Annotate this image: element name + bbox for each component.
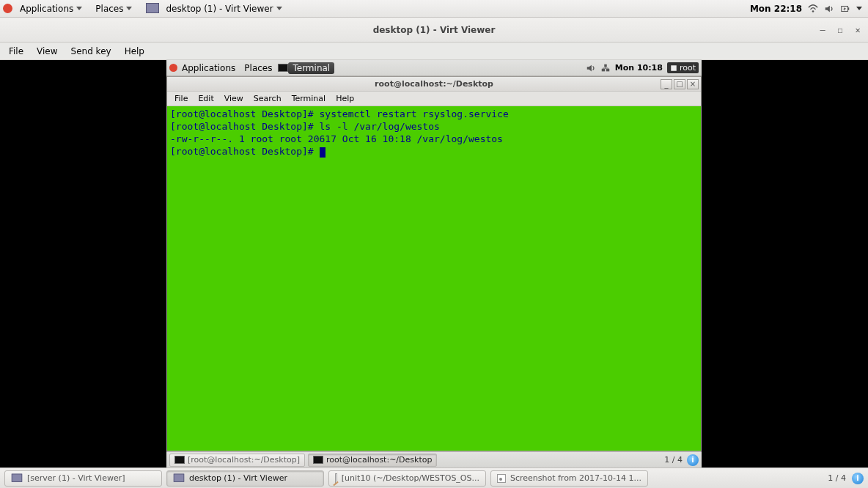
cursor-icon — [320, 147, 326, 158]
virt-menu-sendkey[interactable]: Send key — [65, 45, 117, 58]
host-top-panel: Applications Places desktop (1) - Virt V… — [0, 0, 868, 18]
terminal-maximize-button[interactable]: □ — [674, 79, 685, 89]
vm-icon — [12, 475, 22, 482]
terminal-titlebar[interactable]: root@localhost:~/Desktop _ □ × — [167, 77, 701, 92]
term-menu-search[interactable]: Search — [249, 93, 286, 104]
guest-user-label: root — [680, 63, 696, 73]
host-bottom-panel: [server (1) - Virt Viewer] desktop (1) -… — [0, 467, 868, 488]
maximize-button[interactable]: ☐ — [834, 24, 846, 36]
term-menu-terminal[interactable]: Terminal — [287, 93, 331, 104]
terminal-menubar: File Edit View Search Terminal Help — [167, 92, 701, 106]
image-icon — [497, 474, 506, 483]
task-label: [unit10 (~/Desktop/WESTOS_OS... — [342, 473, 479, 483]
vm-icon — [174, 475, 184, 482]
guest-applications-menu[interactable]: Applications — [177, 62, 240, 74]
running-app-label: desktop (1) - Virt Viewer — [166, 4, 273, 14]
term-menu-view[interactable]: View — [220, 93, 248, 104]
terminal-line: -rw-r--r--. 1 root root 20617 Oct 16 10:… — [170, 133, 503, 144]
guest-workspace-indicator[interactable]: 1 / 4 — [664, 455, 683, 465]
term-menu-file[interactable]: File — [170, 93, 192, 104]
guest-top-panel: Applications Places Terminal Mon 10:18 r… — [166, 60, 702, 76]
terminal-minimize-button[interactable]: _ — [661, 79, 672, 89]
virt-menu-help[interactable]: Help — [119, 45, 150, 58]
guest-task-button[interactable]: root@localhost:~/Desktop — [308, 454, 437, 467]
task-label: desktop (1) - Virt Viewer — [189, 473, 287, 483]
chevron-down-icon — [76, 7, 82, 10]
terminal-icon — [174, 456, 185, 464]
activities-icon — [3, 4, 12, 13]
guest-places-menu[interactable]: Places — [240, 62, 276, 74]
guest-terminal-menu[interactable]: Terminal — [288, 62, 334, 74]
host-task-button[interactable]: desktop (1) - Virt Viewer — [166, 470, 324, 487]
terminal-app-icon — [278, 64, 288, 72]
task-label: [server (1) - Virt Viewer] — [27, 473, 125, 483]
term-menu-help[interactable]: Help — [331, 93, 358, 104]
host-places-menu[interactable]: Places — [89, 2, 138, 15]
terminal-icon — [313, 456, 323, 464]
host-notification-icon[interactable]: i — [852, 473, 864, 484]
terminal-line: [root@localhost Desktop]# — [170, 146, 320, 157]
vm-display-area[interactable]: Applications Places Terminal Mon 10:18 r… — [0, 60, 868, 467]
host-running-app-menu[interactable]: desktop (1) - Virt Viewer — [160, 2, 287, 15]
virt-window-title: desktop (1) - Virt Viewer — [0, 25, 868, 35]
sound-icon[interactable] — [824, 4, 834, 14]
guest-user-badge[interactable]: root — [667, 62, 699, 73]
host-applications-menu[interactable]: Applications — [14, 2, 88, 15]
chevron-down-icon — [126, 7, 132, 10]
terminal-title: root@localhost:~/Desktop — [167, 79, 701, 89]
guest-network-icon[interactable] — [600, 63, 611, 73]
menu-label: Applications — [20, 4, 73, 14]
host-clock[interactable]: Mon 22:18 — [750, 4, 802, 14]
svg-rect-5 — [604, 64, 607, 67]
host-workspace-indicator[interactable]: 1 / 4 — [828, 473, 846, 483]
chevron-down-icon — [276, 7, 282, 10]
virt-titlebar[interactable]: desktop (1) - Virt Viewer — ☐ ✕ — [0, 18, 868, 42]
guest-task-button[interactable]: [root@localhost:~/Desktop] — [169, 454, 305, 467]
close-button[interactable]: ✕ — [852, 24, 864, 36]
svg-rect-2 — [848, 7, 850, 10]
menu-label: Places — [95, 4, 123, 14]
host-task-button[interactable]: [unit10 (~/Desktop/WESTOS_OS... — [328, 470, 486, 487]
task-label: [root@localhost:~/Desktop] — [188, 455, 300, 465]
battery-icon[interactable] — [840, 4, 850, 14]
terminal-line: [root@localhost Desktop]# systemctl rest… — [170, 108, 509, 119]
guest-activities-icon — [169, 64, 177, 72]
task-label: root@localhost:~/Desktop — [326, 455, 432, 465]
virt-menu-view[interactable]: View — [31, 45, 63, 58]
guest-bottom-panel: [root@localhost:~/Desktop] root@localhos… — [166, 451, 702, 467]
virt-viewer-window: desktop (1) - Virt Viewer — ☐ ✕ File Vie… — [0, 18, 868, 467]
terminal-line: [root@localhost Desktop]# ls -l /var/log… — [170, 121, 440, 132]
system-menu-caret-icon[interactable] — [856, 7, 862, 10]
task-label: Screenshot from 2017-10-14 1... — [510, 473, 641, 483]
svg-rect-6 — [671, 65, 677, 71]
guest-desktop: Applications Places Terminal Mon 10:18 r… — [166, 60, 702, 467]
guest-clock[interactable]: Mon 10:18 — [615, 63, 663, 73]
guest-notification-icon[interactable]: i — [687, 454, 699, 466]
window-task-icon — [147, 4, 158, 13]
virt-menu-file[interactable]: File — [3, 45, 29, 58]
terminal-close-button[interactable]: × — [687, 79, 699, 89]
svg-rect-3 — [602, 68, 605, 71]
host-task-button[interactable]: [server (1) - Virt Viewer] — [4, 470, 162, 487]
svg-rect-4 — [606, 68, 609, 71]
svg-point-0 — [812, 10, 814, 12]
virt-menubar: File View Send key Help — [0, 42, 868, 60]
terminal-body[interactable]: [root@localhost Desktop]# systemctl rest… — [167, 106, 701, 451]
terminal-window: root@localhost:~/Desktop _ □ × File Edit… — [166, 76, 702, 451]
guest-sound-icon[interactable] — [586, 63, 596, 73]
wifi-icon[interactable] — [808, 4, 818, 14]
term-menu-edit[interactable]: Edit — [194, 93, 218, 104]
host-task-button[interactable]: Screenshot from 2017-10-14 1... — [490, 470, 648, 487]
gedit-icon — [335, 473, 337, 484]
minimize-button[interactable]: — — [817, 24, 828, 36]
